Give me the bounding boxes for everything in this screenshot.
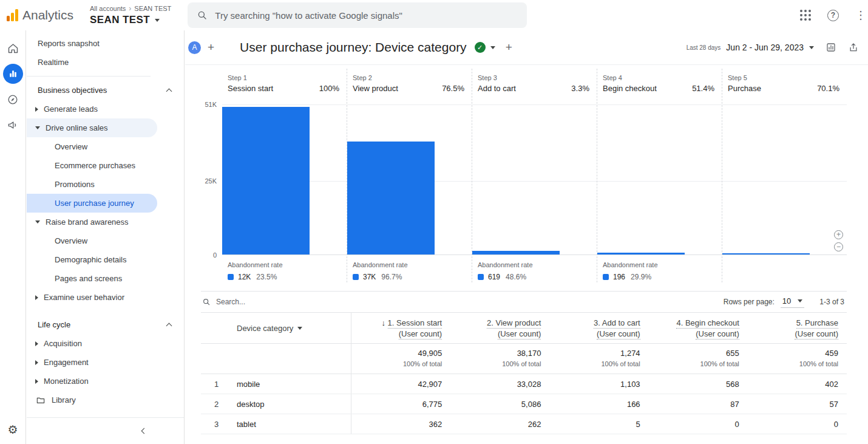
column-header-4[interactable]: 4. Begin checkout(User count) — [649, 313, 748, 343]
rows-per-page-select[interactable]: 10 — [781, 296, 804, 308]
google-analytics-logo-icon[interactable] — [7, 9, 18, 21]
metric-value: 33,028 — [450, 380, 549, 389]
nav-library[interactable]: Library — [27, 391, 184, 409]
nav-section-life-cycle[interactable]: Life cycle — [27, 315, 184, 334]
advertising-icon[interactable] — [3, 115, 23, 135]
chevron-right-icon — [35, 360, 38, 365]
column-header-5[interactable]: 5. Purchase(User count) — [748, 313, 847, 343]
abandonment-label: Abandonment rate — [353, 261, 472, 268]
funnel-plot-cell — [472, 100, 597, 255]
collapse-nav-icon[interactable] — [141, 428, 147, 434]
funnel-step-header: Step 2View product76.5% — [347, 69, 472, 100]
nav-item-label: Monetization — [44, 377, 89, 386]
nav-ecommerce-purchases[interactable]: Ecommerce purchases — [27, 156, 184, 175]
nav-drive-online-sales[interactable]: Drive online sales — [27, 118, 157, 137]
nav-raise-brand-awareness[interactable]: Raise brand awareness — [27, 213, 184, 231]
nav-examine-user-behavior[interactable]: Examine user behavior — [27, 288, 184, 307]
date-range-picker[interactable]: Last 28 days Jun 2 - Jun 29, 2023 — [687, 43, 814, 52]
metric-value: 87 — [649, 400, 748, 409]
nav-realtime[interactable]: Realtime — [27, 53, 184, 72]
funnel-plot-cell — [722, 100, 847, 255]
nav-promotions[interactable]: Promotions — [27, 175, 184, 194]
nav-engagement[interactable]: Engagement — [27, 353, 184, 372]
table-row-desktop[interactable]: 2desktop6,7755,0861668757 — [201, 394, 847, 414]
more-options-icon[interactable]: ⋮ — [855, 9, 866, 22]
abandonment-count: 619 — [488, 273, 500, 281]
apps-grid-icon[interactable] — [800, 10, 811, 21]
metric-value: 0 — [649, 420, 748, 429]
add-comparison-icon[interactable]: + — [208, 41, 214, 54]
totals-subtitle: 100% of total — [450, 360, 541, 367]
column-header-2[interactable]: 2. View product(User count) — [450, 313, 549, 343]
step-name: Session start — [228, 84, 273, 93]
nav-generate-leads[interactable]: Generate leads — [27, 100, 184, 118]
chevron-right-icon — [35, 379, 38, 384]
breadcrumb-account[interactable]: SEAN TEST — [134, 5, 171, 12]
funnel-plot-cell — [222, 100, 347, 255]
nav-item-label: Library — [52, 395, 76, 405]
account-selector[interactable]: SEAN TEST — [90, 14, 171, 26]
table-search-input[interactable] — [216, 298, 325, 306]
abandonment-rate: 96.7% — [381, 273, 402, 281]
nav-reports-snapshot[interactable]: Reports snapshot — [27, 34, 184, 53]
column-title: 2. View product — [487, 318, 541, 329]
saved-check-icon[interactable]: ✓ — [475, 42, 486, 53]
nav-drive-overview[interactable]: Overview — [27, 137, 184, 156]
admin-gear-icon[interactable]: ⚙ — [0, 423, 25, 437]
step-completion-rate: 51.4% — [692, 84, 714, 93]
help-icon[interactable]: ? — [827, 10, 839, 21]
breadcrumb[interactable]: All accounts › SEAN TEST — [90, 4, 171, 13]
sort-descending-icon: ↓ — [381, 318, 387, 327]
funnel-bar[interactable] — [722, 253, 810, 254]
nav-item-label: Demographic details — [55, 255, 127, 264]
totals-subtitle: 100% of total — [649, 360, 739, 367]
search-input[interactable] — [215, 10, 518, 21]
nav-demographic-details[interactable]: Demographic details — [27, 250, 184, 269]
abandonment-count: 196 — [613, 273, 625, 281]
column-subtitle: (User count) — [795, 329, 838, 340]
customize-report-icon[interactable] — [826, 42, 836, 53]
reports-icon[interactable] — [3, 64, 23, 84]
nav-item-label: Realtime — [38, 58, 69, 67]
step-name: View product — [353, 84, 398, 93]
home-icon[interactable] — [3, 38, 23, 58]
funnel-plot-cell — [597, 100, 722, 255]
nav-acquisition[interactable]: Acquisition — [27, 334, 184, 353]
breadcrumb-all-accounts[interactable]: All accounts — [90, 5, 126, 12]
funnel-step-5: Step 5Purchase70.1% — [722, 69, 847, 282]
explore-icon[interactable] — [3, 89, 23, 109]
table-header-row: Device category ↓ 1. Session start(User … — [201, 312, 847, 344]
nav-section-business-objectives[interactable]: Business objectives — [27, 81, 184, 100]
funnel-bar[interactable] — [222, 107, 310, 254]
zoom-out-button[interactable]: − — [834, 242, 843, 251]
table-row-mobile[interactable]: 1mobile42,90733,0281,103568402 — [201, 374, 847, 394]
funnel-bar[interactable] — [472, 251, 560, 254]
product-name[interactable]: Analytics — [22, 8, 73, 22]
folder-icon — [36, 395, 46, 405]
funnel-bar[interactable] — [347, 142, 435, 254]
global-search[interactable] — [188, 2, 527, 28]
legend-swatch — [478, 274, 484, 280]
table-search[interactable] — [201, 298, 325, 306]
dimension-header-label: Device category — [237, 324, 293, 333]
zoom-in-button[interactable]: + — [834, 230, 843, 239]
table-row-tablet[interactable]: 3tablet362262500 — [201, 414, 847, 434]
add-icon[interactable]: + — [506, 41, 512, 54]
nav-user-purchase-journey[interactable]: User purchase journey — [27, 194, 157, 213]
dimension-column-header[interactable]: Device category — [201, 313, 351, 343]
column-header-3[interactable]: 3. Add to cart(User count) — [549, 313, 648, 343]
chevron-down-icon[interactable] — [490, 46, 495, 49]
share-icon[interactable] — [848, 42, 859, 53]
funnel-bar[interactable] — [597, 253, 685, 254]
funnel-step-4: Step 4Begin checkout51.4%Abandonment rat… — [597, 69, 722, 282]
chevron-down-icon — [35, 220, 40, 224]
column-subtitle: (User count) — [399, 329, 442, 340]
y-axis-tick: 25K — [201, 177, 217, 185]
nav-monetization[interactable]: Monetization — [27, 372, 184, 391]
chevron-down-icon — [798, 299, 802, 302]
nav-raise-overview[interactable]: Overview — [27, 231, 184, 250]
nav-pages-and-screens[interactable]: Pages and screens — [27, 269, 184, 288]
column-header-1[interactable]: ↓ 1. Session start(User count) — [351, 313, 450, 343]
avatar[interactable]: A — [188, 41, 201, 54]
dimension-value: mobile — [237, 380, 260, 389]
